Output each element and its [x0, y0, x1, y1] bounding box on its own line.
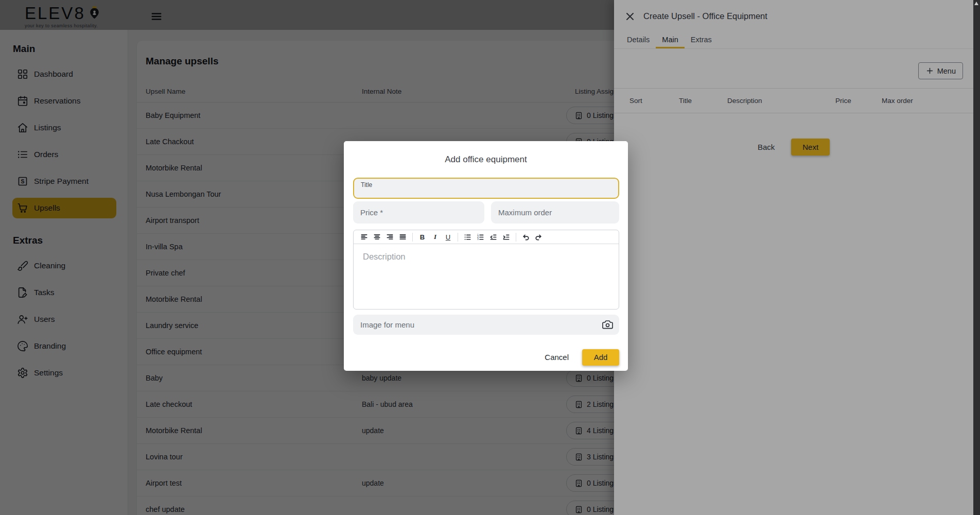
- undo-icon[interactable]: [519, 232, 532, 243]
- list-ordered-icon[interactable]: 123: [474, 232, 487, 243]
- rich-text-toolbar: BIU123: [354, 230, 619, 244]
- svg-text:3: 3: [477, 238, 479, 241]
- image-for-menu-field: [353, 315, 619, 335]
- align-right-icon[interactable]: [383, 232, 396, 243]
- camera-icon[interactable]: [602, 319, 614, 331]
- browser-scrollbar[interactable]: [973, 0, 980, 515]
- modal-actions: Cancel Add: [545, 349, 619, 366]
- toolbar-divider: [458, 233, 458, 242]
- title-field-label: Title: [361, 181, 611, 188]
- align-left-icon[interactable]: [358, 232, 371, 243]
- toolbar-divider: [412, 233, 413, 242]
- italic-icon[interactable]: I: [429, 232, 442, 243]
- toolbar-divider: [516, 233, 516, 242]
- cancel-button[interactable]: Cancel: [545, 353, 569, 362]
- bold-icon[interactable]: B: [416, 232, 429, 243]
- description-textarea[interactable]: Description: [354, 244, 619, 310]
- modal-title: Add office equipment: [344, 154, 628, 165]
- align-justify-icon[interactable]: [396, 232, 409, 243]
- scroll-up-arrow-icon[interactable]: [974, 2, 978, 5]
- align-center-icon[interactable]: [371, 232, 383, 243]
- add-button[interactable]: Add: [582, 349, 619, 366]
- description-placeholder: Description: [363, 252, 406, 261]
- price-input[interactable]: [353, 201, 484, 224]
- redo-icon[interactable]: [532, 232, 545, 243]
- underline-icon[interactable]: U: [442, 232, 454, 243]
- title-input[interactable]: [361, 188, 611, 198]
- indent-increase-icon[interactable]: [500, 232, 513, 243]
- indent-decrease-icon[interactable]: [487, 232, 500, 243]
- description-editor: BIU123 Description: [353, 230, 619, 310]
- list-bullet-icon[interactable]: [461, 232, 474, 243]
- add-office-equipment-modal: Add office equipment Title BIU123 Descri…: [344, 141, 628, 371]
- title-field[interactable]: Title: [353, 178, 619, 199]
- image-for-menu-input[interactable]: [353, 315, 619, 335]
- maximum-order-input[interactable]: [491, 201, 619, 224]
